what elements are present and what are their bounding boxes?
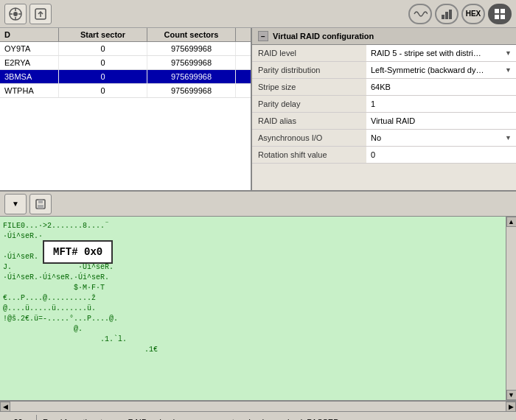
table-row[interactable]: WTPHA 0 975699968 bbox=[0, 84, 251, 98]
hex-line: .1€ bbox=[3, 345, 503, 355]
cell-id: E2RYA bbox=[0, 56, 59, 69]
hex-line: ·Úi^seR.·Úi^seR.·Úi^seR. bbox=[3, 273, 503, 283]
svg-rect-10 bbox=[449, 10, 452, 19]
raid-field-value[interactable]: RAID 5 - stripe set with distribute ▼ bbox=[366, 45, 516, 61]
cell-id: 3BMSA bbox=[0, 70, 59, 83]
hex-view: MFT# 0x0 FILE0...·>2.......8....¨·Úi^seR… bbox=[0, 217, 516, 401]
cell-start: 0 bbox=[59, 56, 147, 69]
raid-value-text: Left-Symmetric (backward dynam bbox=[371, 66, 485, 74]
raid-config-panel: − Virtual RAID configuration RAID level … bbox=[251, 28, 516, 190]
dropdown-arrow-icon[interactable]: ▼ bbox=[505, 134, 512, 141]
hex-line: !@š.2€.ü=-.....°...P....@. bbox=[3, 314, 503, 324]
status-number: 32 bbox=[0, 415, 37, 421]
raid-value-text: 0 bbox=[371, 150, 375, 159]
raid-field-label: Asynchronous I/O bbox=[252, 131, 366, 144]
scroll-down-button[interactable]: ▼ bbox=[506, 390, 517, 400]
disk-button[interactable] bbox=[4, 4, 27, 24]
hex-line: @....ü.....ü.......ü. bbox=[3, 304, 503, 314]
svg-rect-17 bbox=[38, 205, 43, 209]
cell-start: 0 bbox=[59, 84, 147, 97]
raid-field-label: Stripe size bbox=[252, 80, 366, 94]
scroll-right-button[interactable]: ▶ bbox=[506, 402, 516, 412]
svg-rect-9 bbox=[445, 12, 448, 19]
toolbar-right: HEX bbox=[408, 4, 512, 24]
cell-id: WTPHA bbox=[0, 84, 59, 97]
down-arrow-button[interactable]: ▼ bbox=[4, 194, 27, 214]
hex-line: .1.`l. bbox=[3, 335, 503, 345]
cell-id: OY9TA bbox=[0, 42, 59, 55]
raid-field-value[interactable]: No ▼ bbox=[366, 130, 516, 146]
mid-toolbar: ▼ bbox=[0, 192, 516, 217]
svg-rect-14 bbox=[501, 15, 505, 19]
col-header-count: Count sectors bbox=[147, 28, 236, 41]
cell-count: 975699968 bbox=[147, 42, 236, 55]
raid-fields: RAID level RAID 5 - stripe set with dist… bbox=[252, 45, 516, 164]
partition-table: D Start sector Count sectors OY9TA 0 975… bbox=[0, 28, 251, 190]
raid-field-label: RAID level bbox=[252, 46, 366, 60]
collapse-button[interactable]: − bbox=[258, 31, 268, 41]
raid-config-header: − Virtual RAID configuration bbox=[252, 28, 516, 45]
hex-content: MFT# 0x0 FILE0...·>2.......8....¨·Úi^seR… bbox=[0, 217, 506, 400]
raid-field-label: RAID alias bbox=[252, 114, 366, 127]
svg-rect-11 bbox=[495, 9, 499, 13]
scroll-up-button[interactable]: ▲ bbox=[506, 217, 517, 227]
svg-rect-16 bbox=[38, 200, 43, 203]
raid-field-label: Rotation shift value bbox=[252, 148, 366, 161]
status-message: Read from the storage; RAID redundancy c… bbox=[37, 415, 347, 421]
table-header: D Start sector Count sectors bbox=[0, 28, 251, 42]
cell-count: 975699968 bbox=[147, 70, 236, 83]
hex-line: $·M·F·T bbox=[3, 283, 503, 293]
cell-count: 975699968 bbox=[147, 56, 236, 69]
scroll-left-button[interactable]: ◀ bbox=[0, 402, 10, 412]
raid-value-text: RAID 5 - stripe set with distribute bbox=[371, 49, 485, 57]
col-header-start: Start sector bbox=[59, 28, 147, 41]
col-header-d: D bbox=[0, 28, 59, 41]
raid-field-row: Rotation shift value 0 bbox=[252, 147, 516, 164]
table-row[interactable]: E2RYA 0 975699968 bbox=[0, 56, 251, 70]
horizontal-scrollbar: ◀ ▶ bbox=[0, 401, 516, 411]
table-body: OY9TA 0 975699968 E2RYA 0 975699968 3BMS… bbox=[0, 42, 251, 98]
cell-count: 975699968 bbox=[147, 84, 236, 97]
dropdown-arrow-icon[interactable]: ▼ bbox=[505, 49, 512, 57]
vertical-scrollbar: ▲ ▼ bbox=[506, 217, 516, 400]
raid-config-title: Virtual RAID configuration bbox=[273, 32, 374, 41]
svg-rect-8 bbox=[442, 15, 444, 19]
raid-field-label: Parity distribution bbox=[252, 63, 366, 77]
wave-button[interactable] bbox=[408, 4, 432, 24]
raid-field-label: Parity delay bbox=[252, 97, 366, 111]
svg-point-1 bbox=[13, 12, 18, 16]
save-button[interactable] bbox=[29, 194, 52, 214]
main-content: D Start sector Count sectors OY9TA 0 975… bbox=[0, 28, 516, 192]
raid-field-value: 1 bbox=[366, 96, 516, 112]
table-row[interactable]: OY9TA 0 975699968 bbox=[0, 42, 251, 56]
raid-field-value: 64KB bbox=[366, 79, 516, 95]
raid-field-row: Parity distribution Left-Symmetric (back… bbox=[252, 62, 516, 79]
export-button[interactable] bbox=[29, 4, 52, 24]
raid-field-row: RAID alias Virtual RAID bbox=[252, 113, 516, 130]
chart-button[interactable] bbox=[435, 4, 459, 24]
mft-popup: MFT# 0x0 bbox=[43, 240, 113, 264]
toolbar-left bbox=[4, 4, 52, 24]
hex-line: @. bbox=[3, 324, 503, 335]
raid-value-text: 1 bbox=[371, 99, 375, 108]
raid-field-row: Parity delay 1 bbox=[252, 96, 516, 113]
status-bar: 32 Read from the storage; RAID redundanc… bbox=[0, 411, 516, 420]
raid-value-text: No bbox=[371, 133, 381, 142]
raid-value-text: Virtual RAID bbox=[371, 116, 415, 125]
raid-value-text: 64KB bbox=[371, 83, 391, 91]
raid-field-value: Virtual RAID bbox=[366, 113, 516, 129]
hex-line: J. ·Úi^seR. bbox=[3, 262, 503, 273]
cell-start: 0 bbox=[59, 42, 147, 55]
raid-field-value[interactable]: Left-Symmetric (backward dynam ▼ bbox=[366, 62, 516, 78]
dropdown-arrow-icon[interactable]: ▼ bbox=[505, 66, 512, 74]
raid-field-row: Asynchronous I/O No ▼ bbox=[252, 130, 516, 147]
raid-field-row: Stripe size 64KB bbox=[252, 79, 516, 96]
hex-label: HEX bbox=[466, 10, 481, 18]
table-row[interactable]: 3BMSA 0 975699968 bbox=[0, 70, 251, 84]
cell-start: 0 bbox=[59, 70, 147, 83]
hex-line: €...P....@..........ž bbox=[3, 293, 503, 304]
hex-line: FILE0...·>2.......8....¨ bbox=[3, 221, 503, 231]
hex-button[interactable]: HEX bbox=[461, 4, 485, 24]
grid-button[interactable] bbox=[488, 4, 512, 24]
svg-rect-13 bbox=[495, 15, 499, 19]
